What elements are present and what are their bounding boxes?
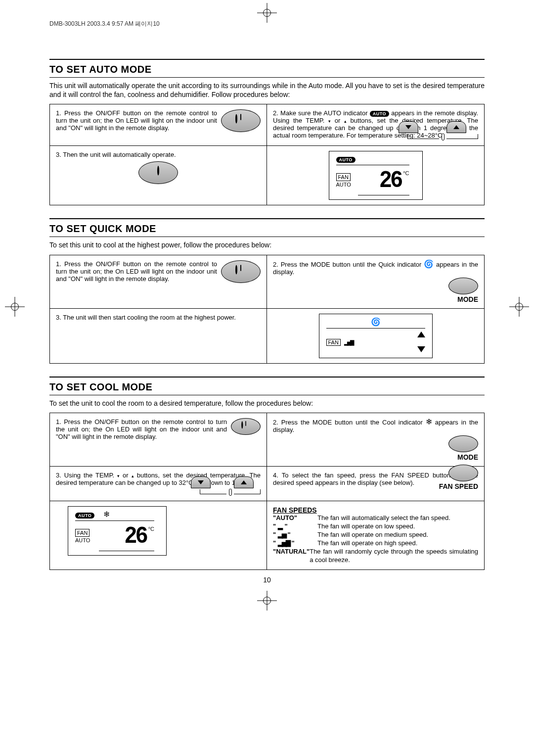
step-text: or — [123, 472, 132, 479]
fanspeed-desc: The fan will operate on medium speed. — [317, 531, 428, 539]
snowflake-icon: ❄ — [426, 418, 432, 426]
fanspeed-row: "NATURAL" The fan will randomly cycle th… — [273, 548, 478, 565]
temp-up-button — [446, 121, 466, 133]
fan-bars-med-icon: " " — [273, 531, 317, 539]
temp-down-button — [399, 121, 418, 133]
deg-c: °C — [148, 526, 154, 532]
fanspeeds-title: FAN SPEEDS — [273, 506, 478, 514]
section-rule — [49, 377, 485, 378]
temp-up-button — [234, 476, 254, 488]
quick-step3: 3. The unit will then start cooling the … — [50, 309, 267, 363]
intro-quick: To set this unit to cool at the highest … — [49, 241, 485, 250]
deg-c: °C — [403, 170, 409, 176]
step-text: 1. Press the ON/OFF button on the remote… — [56, 418, 227, 440]
register-mark-bottom — [257, 591, 277, 611]
cool-step4: 4. To select the fan speed, press the FA… — [267, 467, 484, 501]
fanspeed-desc: The fan will automatically select the fa… — [317, 514, 450, 522]
mode-label: MODE — [273, 295, 478, 303]
temp-display: 26 — [370, 167, 401, 194]
step-text: 2. Press the MODE button until the Cool … — [273, 419, 426, 426]
arrow-up-icon: ▴ — [132, 473, 134, 478]
auto-pill-icon: AUTO — [370, 111, 389, 117]
fan-box: FAN — [326, 339, 341, 346]
power-button-icon — [138, 161, 178, 184]
auto-label: AUTO — [336, 182, 351, 188]
fanspeed-desc: The fan will operate on low speed. — [317, 522, 415, 531]
arrow-down-icon: ▾ — [328, 119, 331, 124]
arrow-down-icon: ▾ — [117, 473, 120, 478]
fanspeed-row: " " The fan will operate on low speed. — [273, 522, 478, 531]
power-button-icon — [221, 260, 261, 283]
fan-bars-high-icon — [344, 339, 353, 346]
section-title-quick: TO SET QUICK MODE — [49, 223, 485, 235]
power-button-icon — [221, 109, 261, 132]
quick-step2: 2. Press the MODE button until the Quick… — [267, 255, 484, 309]
fanspeed-label-natural: "NATURAL" — [273, 548, 310, 565]
thermometer-icon — [229, 489, 232, 496]
auto-step3: 3. Then the unit will automatically oper… — [50, 146, 267, 205]
fan-box: FAN — [336, 173, 351, 181]
fanspeed-row: " " The fan will operate on medium speed… — [273, 531, 478, 539]
cool-step1: 1. Press the ON/OFF button on the remote… — [50, 413, 267, 467]
auto-pill-icon: AUTO — [336, 157, 356, 163]
grid-quick: 1. Press the ON/OFF button on the remote… — [49, 255, 485, 364]
cool-step2: 2. Press the MODE button until the Cool … — [267, 413, 484, 467]
cool-display: AUTO ❄ FAN AUTO 26 °C — [50, 501, 267, 569]
fan-speeds-box: FAN SPEEDS "AUTO" The fan will automatic… — [267, 501, 484, 569]
auto-display: AUTO FAN AUTO 26 °C — [267, 146, 484, 205]
fanspeed-label-auto: "AUTO" — [273, 514, 317, 522]
mode-label: MODE — [273, 453, 478, 461]
fan-bars-high-icon: " " — [273, 539, 317, 548]
section-rule — [49, 218, 485, 219]
fan-bars-low-icon: " " — [273, 522, 317, 531]
swirl-icon: 🌀 — [424, 260, 434, 268]
intro-cool: To set the unit to cool the room to a de… — [49, 399, 485, 408]
snowflake-icon: ❄ — [103, 511, 110, 519]
fanspeed-desc: The fan will operate on high speed. — [317, 539, 417, 548]
power-button-icon — [231, 418, 261, 435]
step-text: 1. Press the ON/OFF button on the remote… — [56, 109, 217, 132]
step-text: 3. Using the TEMP. — [56, 472, 117, 479]
arrow-down-icon — [417, 346, 425, 352]
auto-step1: 1. Press the ON/OFF button on the remote… — [50, 104, 267, 146]
auto-pill-icon: AUTO — [75, 513, 94, 519]
section-title-auto: TO SET AUTO MODE — [49, 64, 485, 75]
quick-step1: 1. Press the ON/OFF button on the remote… — [50, 255, 267, 309]
step-text: 3. Then the unit will automatically oper… — [56, 151, 176, 158]
thin-rule — [49, 236, 485, 237]
swirl-icon: 🌀 — [371, 318, 381, 326]
grid-auto: 1. Press the ON/OFF button on the remote… — [49, 104, 485, 205]
cool-step3: 3. Using the TEMP. ▾ or ▴ buttons, set t… — [50, 467, 267, 501]
step-text: or — [335, 117, 344, 124]
step-text: 2. Make sure the AUTO indicator — [273, 109, 370, 117]
fanspeed-button-icon — [448, 465, 478, 481]
arrow-up-icon: ▴ — [344, 119, 347, 124]
section-title-cool: TO SET COOL MODE — [49, 381, 485, 393]
step-text: 2. Press the MODE button until the Quick… — [273, 261, 424, 268]
mode-button-icon — [448, 435, 478, 452]
page-number: 10 — [49, 576, 485, 584]
thin-rule — [49, 77, 485, 78]
quick-display: 🌀 FAN — [267, 309, 484, 363]
step-text: 3. The unit will then start cooling the … — [56, 314, 236, 321]
section-rule — [49, 59, 485, 60]
auto-step2: 2. Make sure the AUTO indicator AUTO app… — [267, 104, 484, 146]
mode-button-icon — [448, 278, 478, 294]
fanspeed-row: "AUTO" The fan will automatically select… — [273, 514, 478, 522]
print-header: DMB-3003LH 2003.3.4 9:57 AM 페이지10 — [49, 20, 485, 29]
temp-down-button — [191, 476, 211, 488]
intro-auto: This unit will automatically operate the… — [49, 82, 485, 99]
step-text: 1. Press the ON/OFF button on the remote… — [56, 260, 217, 283]
grid-cool: 1. Press the ON/OFF button on the remote… — [49, 413, 485, 570]
fan-box: FAN — [75, 529, 89, 537]
thin-rule — [49, 395, 485, 395]
temp-display: 26 — [115, 523, 146, 550]
auto-label: AUTO — [75, 537, 90, 543]
fanspeed-row: " " The fan will operate on high speed. — [273, 539, 478, 548]
fanspeed-desc: The fan will randomly cycle through the … — [310, 548, 478, 565]
arrow-up-icon — [417, 331, 425, 337]
